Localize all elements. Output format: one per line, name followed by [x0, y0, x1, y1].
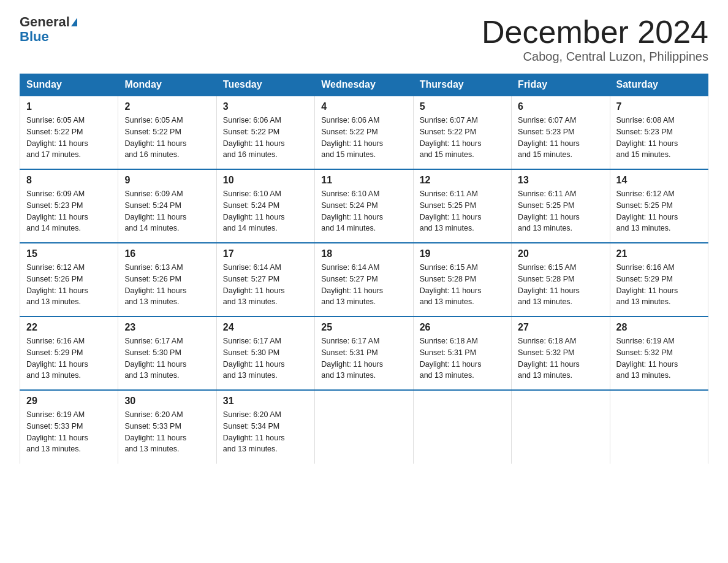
calendar-cell: 28Sunrise: 6:19 AMSunset: 5:32 PMDayligh… — [610, 316, 708, 390]
day-number: 4 — [321, 101, 406, 112]
calendar-cell: 22Sunrise: 6:16 AMSunset: 5:29 PMDayligh… — [20, 316, 118, 390]
day-number: 18 — [321, 248, 406, 259]
calendar-cell: 3Sunrise: 6:06 AMSunset: 5:22 PMDaylight… — [216, 96, 314, 169]
calendar-week-row: 1Sunrise: 6:05 AMSunset: 5:22 PMDaylight… — [20, 96, 708, 169]
day-info: Sunrise: 6:06 AMSunset: 5:22 PMDaylight:… — [321, 115, 406, 161]
day-number: 30 — [124, 396, 210, 407]
calendar-header-thursday: Thursday — [413, 74, 511, 96]
calendar-header-sunday: Sunday — [20, 74, 118, 96]
day-number: 29 — [26, 396, 112, 407]
calendar-week-row: 22Sunrise: 6:16 AMSunset: 5:29 PMDayligh… — [20, 316, 708, 390]
day-number: 9 — [124, 175, 210, 186]
day-info: Sunrise: 6:20 AMSunset: 5:33 PMDaylight:… — [124, 409, 210, 455]
day-info: Sunrise: 6:11 AMSunset: 5:25 PMDaylight:… — [420, 188, 505, 234]
day-number: 1 — [26, 101, 112, 112]
calendar-cell — [610, 390, 708, 464]
calendar-cell: 12Sunrise: 6:11 AMSunset: 5:25 PMDayligh… — [413, 169, 511, 243]
day-info: Sunrise: 6:20 AMSunset: 5:34 PMDaylight:… — [223, 409, 308, 455]
calendar-header-friday: Friday — [512, 74, 610, 96]
day-info: Sunrise: 6:15 AMSunset: 5:28 PMDaylight:… — [420, 262, 505, 308]
day-number: 20 — [518, 248, 603, 259]
day-number: 19 — [420, 248, 505, 259]
day-info: Sunrise: 6:10 AMSunset: 5:24 PMDaylight:… — [223, 188, 308, 234]
calendar-cell — [315, 390, 413, 464]
page-header: General Blue December 2024 Cabog, Centra… — [20, 15, 708, 64]
day-info: Sunrise: 6:07 AMSunset: 5:23 PMDaylight:… — [518, 115, 603, 161]
day-info: Sunrise: 6:09 AMSunset: 5:23 PMDaylight:… — [26, 188, 112, 234]
calendar-cell: 9Sunrise: 6:09 AMSunset: 5:24 PMDaylight… — [118, 169, 216, 243]
day-number: 28 — [616, 322, 702, 333]
day-info: Sunrise: 6:10 AMSunset: 5:24 PMDaylight:… — [321, 188, 406, 234]
calendar-cell: 29Sunrise: 6:19 AMSunset: 5:33 PMDayligh… — [20, 390, 118, 464]
day-number: 22 — [26, 322, 112, 333]
day-number: 21 — [616, 248, 702, 259]
day-info: Sunrise: 6:19 AMSunset: 5:32 PMDaylight:… — [616, 335, 702, 381]
calendar-cell: 26Sunrise: 6:18 AMSunset: 5:31 PMDayligh… — [413, 316, 511, 390]
calendar-cell: 5Sunrise: 6:07 AMSunset: 5:22 PMDaylight… — [413, 96, 511, 169]
calendar-cell: 19Sunrise: 6:15 AMSunset: 5:28 PMDayligh… — [413, 243, 511, 316]
calendar-header-row: SundayMondayTuesdayWednesdayThursdayFrid… — [20, 74, 708, 96]
calendar-cell: 2Sunrise: 6:05 AMSunset: 5:22 PMDaylight… — [118, 96, 216, 169]
calendar-cell: 27Sunrise: 6:18 AMSunset: 5:32 PMDayligh… — [512, 316, 610, 390]
day-info: Sunrise: 6:16 AMSunset: 5:29 PMDaylight:… — [26, 335, 112, 381]
calendar-cell: 11Sunrise: 6:10 AMSunset: 5:24 PMDayligh… — [315, 169, 413, 243]
calendar-header-monday: Monday — [118, 74, 216, 96]
month-title: December 2024 — [482, 15, 708, 50]
location-subtitle: Cabog, Central Luzon, Philippines — [482, 50, 708, 64]
calendar-cell: 4Sunrise: 6:06 AMSunset: 5:22 PMDaylight… — [315, 96, 413, 169]
calendar-cell: 17Sunrise: 6:14 AMSunset: 5:27 PMDayligh… — [216, 243, 314, 316]
day-number: 2 — [124, 101, 210, 112]
calendar-cell: 7Sunrise: 6:08 AMSunset: 5:23 PMDaylight… — [610, 96, 708, 169]
calendar-cell: 24Sunrise: 6:17 AMSunset: 5:30 PMDayligh… — [216, 316, 314, 390]
calendar-header-tuesday: Tuesday — [216, 74, 314, 96]
day-number: 14 — [616, 175, 702, 186]
day-number: 26 — [420, 322, 505, 333]
calendar-cell: 21Sunrise: 6:16 AMSunset: 5:29 PMDayligh… — [610, 243, 708, 316]
calendar-body: 1Sunrise: 6:05 AMSunset: 5:22 PMDaylight… — [20, 96, 708, 464]
day-number: 17 — [223, 248, 308, 259]
calendar-table: SundayMondayTuesdayWednesdayThursdayFrid… — [20, 74, 708, 464]
calendar-cell: 30Sunrise: 6:20 AMSunset: 5:33 PMDayligh… — [118, 390, 216, 464]
calendar-cell: 13Sunrise: 6:11 AMSunset: 5:25 PMDayligh… — [512, 169, 610, 243]
day-info: Sunrise: 6:05 AMSunset: 5:22 PMDaylight:… — [124, 115, 210, 161]
day-info: Sunrise: 6:05 AMSunset: 5:22 PMDaylight:… — [26, 115, 112, 161]
day-info: Sunrise: 6:17 AMSunset: 5:30 PMDaylight:… — [124, 335, 210, 381]
calendar-cell: 23Sunrise: 6:17 AMSunset: 5:30 PMDayligh… — [118, 316, 216, 390]
day-number: 13 — [518, 175, 603, 186]
calendar-cell: 6Sunrise: 6:07 AMSunset: 5:23 PMDaylight… — [512, 96, 610, 169]
day-number: 31 — [223, 396, 308, 407]
calendar-cell — [512, 390, 610, 464]
logo: General Blue — [20, 15, 77, 44]
day-number: 11 — [321, 175, 406, 186]
calendar-cell: 14Sunrise: 6:12 AMSunset: 5:25 PMDayligh… — [610, 169, 708, 243]
day-info: Sunrise: 6:16 AMSunset: 5:29 PMDaylight:… — [616, 262, 702, 308]
title-block: December 2024 Cabog, Central Luzon, Phil… — [482, 15, 708, 64]
day-info: Sunrise: 6:12 AMSunset: 5:25 PMDaylight:… — [616, 188, 702, 234]
calendar-cell: 18Sunrise: 6:14 AMSunset: 5:27 PMDayligh… — [315, 243, 413, 316]
day-number: 16 — [124, 248, 210, 259]
day-info: Sunrise: 6:15 AMSunset: 5:28 PMDaylight:… — [518, 262, 603, 308]
day-info: Sunrise: 6:18 AMSunset: 5:31 PMDaylight:… — [420, 335, 505, 381]
calendar-cell: 8Sunrise: 6:09 AMSunset: 5:23 PMDaylight… — [20, 169, 118, 243]
day-info: Sunrise: 6:14 AMSunset: 5:27 PMDaylight:… — [223, 262, 308, 308]
day-number: 3 — [223, 101, 308, 112]
day-number: 27 — [518, 322, 603, 333]
day-number: 15 — [26, 248, 112, 259]
logo-triangle-icon — [71, 18, 77, 26]
day-info: Sunrise: 6:09 AMSunset: 5:24 PMDaylight:… — [124, 188, 210, 234]
day-info: Sunrise: 6:19 AMSunset: 5:33 PMDaylight:… — [26, 409, 112, 455]
day-number: 10 — [223, 175, 308, 186]
day-info: Sunrise: 6:17 AMSunset: 5:31 PMDaylight:… — [321, 335, 406, 381]
logo-general-text: General — [20, 15, 70, 29]
day-number: 7 — [616, 101, 702, 112]
calendar-week-row: 29Sunrise: 6:19 AMSunset: 5:33 PMDayligh… — [20, 390, 708, 464]
day-info: Sunrise: 6:07 AMSunset: 5:22 PMDaylight:… — [420, 115, 505, 161]
day-number: 25 — [321, 322, 406, 333]
calendar-header-wednesday: Wednesday — [315, 74, 413, 96]
calendar-cell: 10Sunrise: 6:10 AMSunset: 5:24 PMDayligh… — [216, 169, 314, 243]
day-info: Sunrise: 6:06 AMSunset: 5:22 PMDaylight:… — [223, 115, 308, 161]
calendar-cell: 25Sunrise: 6:17 AMSunset: 5:31 PMDayligh… — [315, 316, 413, 390]
day-number: 12 — [420, 175, 505, 186]
day-info: Sunrise: 6:11 AMSunset: 5:25 PMDaylight:… — [518, 188, 603, 234]
day-number: 23 — [124, 322, 210, 333]
